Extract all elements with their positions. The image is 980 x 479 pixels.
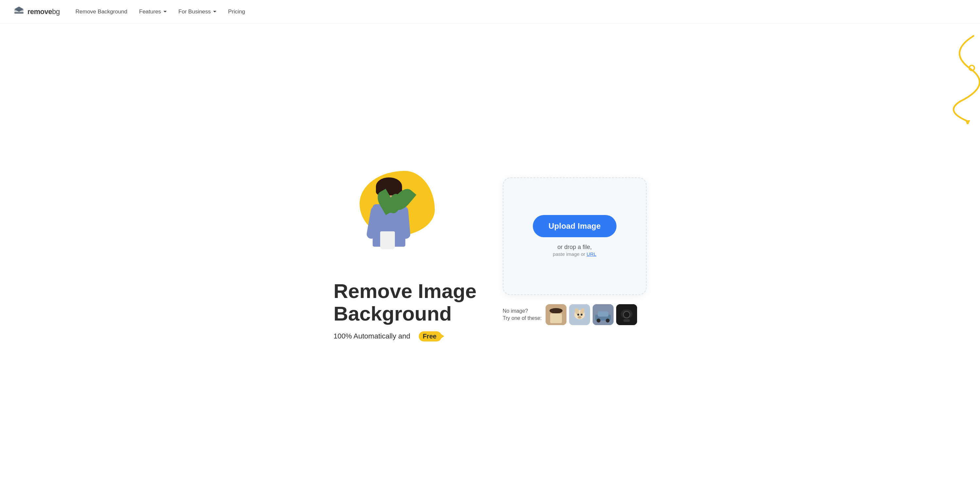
chevron-down-icon xyxy=(164,11,167,13)
upload-drop-zone[interactable]: Upload Image or drop a file, paste image… xyxy=(503,178,647,295)
logo-link[interactable]: removebg xyxy=(13,6,60,17)
nav-links: Remove Background Features For Business … xyxy=(75,8,245,15)
svg-point-20 xyxy=(606,319,609,322)
navbar: removebg Remove Background Features For … xyxy=(0,0,980,24)
nav-item-remove-background[interactable]: Remove Background xyxy=(75,8,127,15)
hero-left: Remove Image Background 100% Automatical… xyxy=(333,161,477,341)
hero-image-wrap xyxy=(333,161,451,272)
nav-item-features[interactable]: Features xyxy=(139,8,167,15)
logo-text: removebg xyxy=(27,8,60,16)
svg-marker-3 xyxy=(965,120,970,124)
sample-images-row: No image? Try one of these: xyxy=(503,304,647,325)
nav-item-for-business[interactable]: For Business xyxy=(178,8,216,15)
svg-rect-18 xyxy=(598,311,608,317)
sample-thumbs xyxy=(546,304,637,325)
upload-image-button[interactable]: Upload Image xyxy=(533,215,617,237)
sample-thumb-woman[interactable] xyxy=(546,304,566,325)
nav-link-pricing[interactable]: Pricing xyxy=(228,8,245,15)
deco-squiggle xyxy=(941,33,980,124)
free-badge: Free xyxy=(419,331,442,341)
svg-point-8 xyxy=(549,308,563,313)
svg-point-19 xyxy=(597,319,600,322)
paste-hint: paste image or URL xyxy=(553,251,596,257)
svg-rect-1 xyxy=(14,12,24,14)
plant-pot xyxy=(380,232,395,249)
nav-link-for-business[interactable]: For Business xyxy=(178,8,216,15)
url-link[interactable]: URL xyxy=(587,251,597,257)
sample-thumb-old-phone[interactable] xyxy=(616,304,637,325)
svg-point-23 xyxy=(624,311,630,318)
hero-subheading: 100% Automatically and Free xyxy=(333,331,442,341)
svg-rect-7 xyxy=(550,313,562,323)
chevron-down-icon xyxy=(213,11,216,13)
drop-text-area: or drop a file, paste image or URL xyxy=(553,244,596,257)
sample-thumb-dog[interactable] xyxy=(569,304,590,325)
hero-person-figure xyxy=(353,174,425,272)
svg-point-4 xyxy=(969,65,974,71)
logo-icon xyxy=(13,6,25,17)
person-body xyxy=(366,181,412,272)
hero-section: Remove Image Background 100% Automatical… xyxy=(0,24,980,479)
hero-right: Upload Image or drop a file, paste image… xyxy=(503,178,647,325)
svg-point-14 xyxy=(581,314,582,316)
svg-point-15 xyxy=(578,316,582,319)
nav-link-features[interactable]: Features xyxy=(139,8,167,15)
svg-point-13 xyxy=(577,314,579,316)
sample-thumb-car[interactable] xyxy=(593,304,614,325)
no-image-label: No image? Try one of these: xyxy=(503,308,542,322)
svg-rect-24 xyxy=(624,319,630,322)
nav-link-remove-background[interactable]: Remove Background xyxy=(75,8,127,15)
nav-item-pricing[interactable]: Pricing xyxy=(228,8,245,15)
hero-headline: Remove Image Background xyxy=(333,280,477,324)
